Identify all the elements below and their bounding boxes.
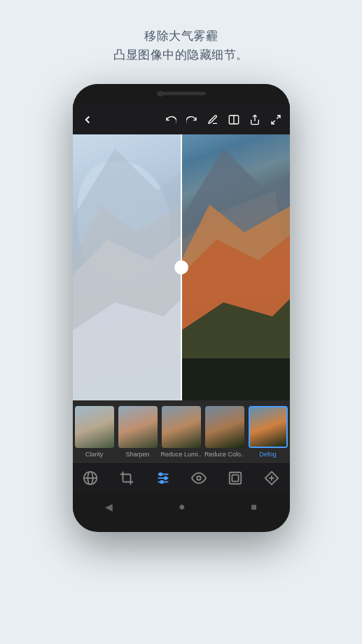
android-back-button[interactable]: ◀ <box>105 501 113 512</box>
filter-thumbnail-strip: Clarity Sharpen Reduce Lumi.. <box>73 400 290 462</box>
app-toolbar <box>73 104 290 134</box>
thumb-clarity[interactable]: Clarity <box>73 406 116 462</box>
svg-marker-6 <box>73 204 181 400</box>
phone-screen: Clarity Sharpen Reduce Lumi.. <box>73 104 290 493</box>
android-nav-bar: ◀ ● ■ <box>73 493 290 521</box>
phone-device: Clarity Sharpen Reduce Lumi.. <box>73 84 290 532</box>
thumb-sharpen-label: Sharpen <box>125 451 149 462</box>
svg-point-23 <box>197 476 202 480</box>
svg-marker-5 <box>73 148 181 400</box>
description-text: 移除大气雾霾 凸显图像中的隐藏细节。 <box>0 0 362 78</box>
nav-layers-icon[interactable] <box>228 470 243 486</box>
svg-marker-13 <box>181 358 290 400</box>
nav-crop-icon[interactable] <box>119 470 134 486</box>
svg-point-20 <box>159 473 162 476</box>
title-line1: 移除大气雾霾 <box>28 27 334 46</box>
fullscreen-icon[interactable] <box>270 113 281 125</box>
android-home-button[interactable]: ● <box>179 500 186 513</box>
back-button[interactable] <box>81 113 94 126</box>
thumb-reduce-color-label: Reduce Colo.. <box>204 451 244 462</box>
phone-speaker <box>157 92 206 95</box>
redo-button[interactable] <box>186 113 197 125</box>
share-icon[interactable] <box>249 113 260 125</box>
comparison-divider[interactable] <box>181 134 182 400</box>
image-comparison-area[interactable] <box>73 134 290 400</box>
thumb-reduce-color[interactable]: Reduce Colo.. <box>203 406 246 462</box>
svg-rect-25 <box>232 475 238 481</box>
svg-marker-7 <box>73 232 181 400</box>
thumb-reduce-lumi[interactable]: Reduce Lumi.. <box>160 406 203 462</box>
thumb-clarity-label: Clarity <box>85 451 104 462</box>
nav-selective-icon[interactable] <box>191 470 207 486</box>
nav-healing-icon[interactable] <box>264 470 279 486</box>
compare-icon[interactable] <box>228 113 239 125</box>
nav-effects-icon[interactable] <box>83 470 98 486</box>
divider-handle[interactable] <box>174 260 188 274</box>
thumb-reduce-lumi-label: Reduce Lumi.. <box>160 451 201 462</box>
undo-button[interactable] <box>165 113 176 125</box>
thumb-defog[interactable]: Defog <box>246 406 290 462</box>
image-before <box>73 134 181 400</box>
svg-line-3 <box>277 115 280 119</box>
image-after <box>181 134 290 400</box>
svg-marker-8 <box>73 295 181 400</box>
android-recent-button[interactable]: ■ <box>251 501 256 512</box>
svg-rect-24 <box>230 472 242 484</box>
svg-point-21 <box>164 477 167 479</box>
svg-point-22 <box>160 481 163 484</box>
svg-line-4 <box>272 120 275 124</box>
nav-adjust-icon[interactable] <box>155 470 171 486</box>
thumb-defog-label: Defog <box>259 451 276 462</box>
title-line2: 凸显图像中的隐藏细节。 <box>28 46 334 64</box>
thumb-sharpen[interactable]: Sharpen <box>116 406 160 462</box>
bottom-nav <box>73 462 290 493</box>
snow-overlay <box>78 161 170 281</box>
edit-icon[interactable] <box>207 113 218 125</box>
phone-top-bar <box>73 84 290 104</box>
